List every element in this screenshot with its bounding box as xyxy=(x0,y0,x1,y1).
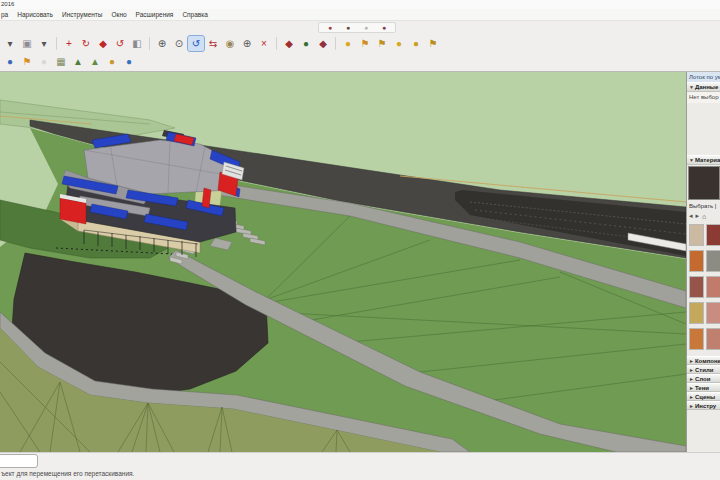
forward-arrow-icon[interactable]: ▸ xyxy=(696,212,700,220)
tray-collapsed-panels: ►Компоне►Стили►Слои►Тени►Сцены►Инстру xyxy=(687,356,720,410)
status-hint: ъект для перемещения его перетаскивания. xyxy=(1,470,134,477)
materials-tabs[interactable]: Выбрать | xyxy=(687,202,720,210)
plugin-tool-3-icon[interactable]: ● xyxy=(358,20,374,35)
entity-info-header[interactable]: ▼Данные о xyxy=(687,82,720,92)
material-swatch-4[interactable] xyxy=(689,276,704,298)
toolbar-row-1: ▾▣▾+↻◆↺◧⊕⊙↺⇆◉⊕×◆●◆●⚑⚑●●⚑ xyxy=(2,36,441,51)
plugin-tool-2-icon[interactable]: ● xyxy=(340,20,356,35)
tray-panel-0[interactable]: ►Компоне xyxy=(687,356,720,365)
back-arrow-icon[interactable]: ◂ xyxy=(689,212,693,220)
tray-panel-2[interactable]: ►Слои xyxy=(687,374,720,383)
toolbar-row-2: ●⚑●▦▲▲●● xyxy=(2,54,137,69)
material-swatch-8[interactable] xyxy=(689,328,704,350)
entity-info-content: Нет выбор xyxy=(687,92,720,103)
viewport-3d[interactable] xyxy=(0,72,686,452)
scale-tool-icon[interactable]: ◆ xyxy=(95,36,111,51)
expand-triangle-icon: ► xyxy=(689,394,694,400)
zoom-selection-tool-icon[interactable]: ⊕ xyxy=(239,36,255,51)
plugin-tool-4-icon[interactable]: ● xyxy=(376,20,392,35)
expand-triangle-icon: ► xyxy=(689,403,694,409)
shadows-toggle-icon[interactable]: ● xyxy=(340,36,356,51)
sketchup-window: 2016 раНарисоватьИнструментыОкноРасширен… xyxy=(0,0,720,480)
zoom-tool-icon[interactable]: ⊕ xyxy=(154,36,170,51)
tray-panel-5[interactable]: ►Инстру xyxy=(687,401,720,410)
tray-panel-3[interactable]: ►Тени xyxy=(687,383,720,392)
face-style-tool-icon[interactable]: ▣ xyxy=(19,36,35,51)
window-title: 2016 xyxy=(1,1,14,7)
tray-panel-label: Инстру xyxy=(695,403,716,409)
materials-swatches xyxy=(689,224,720,352)
tray-panel-label: Тени xyxy=(695,385,709,391)
tray-panel-4[interactable]: ►Сцены xyxy=(687,392,720,401)
material-swatch-3[interactable] xyxy=(706,250,720,272)
expand-triangle-icon: ► xyxy=(689,385,694,391)
move-tool-icon[interactable]: + xyxy=(61,36,77,51)
title-bar: 2016 xyxy=(0,0,720,9)
shadow-time-icon[interactable]: ● xyxy=(408,36,424,51)
geo-globe-icon[interactable]: ● xyxy=(121,54,137,69)
material-preview[interactable] xyxy=(688,166,720,200)
follow-me-tool-icon[interactable]: ↺ xyxy=(112,36,128,51)
photo-textures-icon[interactable]: ▦ xyxy=(53,54,69,69)
material-swatch-1[interactable] xyxy=(706,224,720,246)
previous-view-icon[interactable]: ◆ xyxy=(281,36,297,51)
materials-header[interactable]: ▼Материа xyxy=(687,155,720,165)
menu-item-1[interactable]: Нарисовать xyxy=(17,11,53,18)
standard-views-icon[interactable]: ◆ xyxy=(315,36,331,51)
rotate-tool-icon[interactable]: ↻ xyxy=(78,36,94,51)
tray-panel: Лоток по ум ▼Данные о Нет выбор ▼Материа… xyxy=(686,72,720,452)
next-view-icon[interactable]: ● xyxy=(298,36,314,51)
pan-tool-icon[interactable]: ⇆ xyxy=(205,36,221,51)
toggle-terrain-icon[interactable]: ▲ xyxy=(70,54,86,69)
tray-panel-label: Стили xyxy=(695,367,713,373)
tray-panel-label: Компоне xyxy=(695,358,720,364)
material-swatch-2[interactable] xyxy=(689,250,704,272)
face-style-caret-icon[interactable]: ▾ xyxy=(36,36,52,51)
material-swatch-0[interactable] xyxy=(689,224,704,246)
material-swatch-5[interactable] xyxy=(706,276,720,298)
tray-panel-label: Сцены xyxy=(695,394,715,400)
tray-panel-1[interactable]: ►Стили xyxy=(687,365,720,374)
status-bar: ъект для перемещения его перетаскивания. xyxy=(0,452,720,480)
expand-triangle-icon: ► xyxy=(689,358,694,364)
look-around-tool-icon[interactable]: ◉ xyxy=(222,36,238,51)
shadow-date-icon[interactable]: ● xyxy=(391,36,407,51)
collapse-triangle-icon: ▼ xyxy=(689,84,694,90)
toolbar-separator xyxy=(56,37,57,50)
entity-info-label: Данные о xyxy=(695,84,720,90)
tray-panel-label: Слои xyxy=(695,376,710,382)
white-model-icon[interactable]: ● xyxy=(36,54,52,69)
plugin-tool-1-icon[interactable]: ● xyxy=(322,20,338,35)
terrain-smooth-icon[interactable]: ▲ xyxy=(87,54,103,69)
add-location-icon[interactable]: ● xyxy=(2,54,18,69)
style-caret-icon[interactable]: ▾ xyxy=(2,36,18,51)
menu-item-3[interactable]: Окно xyxy=(111,11,126,18)
shadow-earlier-icon[interactable]: ⚑ xyxy=(357,36,373,51)
material-swatch-7[interactable] xyxy=(706,302,720,324)
toolbar-separator xyxy=(276,37,277,50)
menu-item-5[interactable]: Справка xyxy=(182,11,208,18)
menu-item-0[interactable]: ра xyxy=(1,11,8,18)
material-swatch-6[interactable] xyxy=(689,302,704,324)
measurement-box[interactable] xyxy=(0,454,38,468)
sun-position-icon[interactable]: ● xyxy=(104,54,120,69)
tray-title[interactable]: Лоток по ум xyxy=(687,72,720,82)
toolbar-separator xyxy=(335,37,336,50)
orbit-tool-icon[interactable]: ↺ xyxy=(188,36,204,51)
in-model-home-icon[interactable]: ⌂ xyxy=(702,213,706,220)
expand-triangle-icon: ► xyxy=(689,367,694,373)
shadow-later-icon[interactable]: ⚑ xyxy=(374,36,390,51)
expand-triangle-icon: ► xyxy=(689,376,694,382)
location-pin-icon[interactable]: ⚑ xyxy=(19,54,35,69)
menu-item-2[interactable]: Инструменты xyxy=(62,11,103,18)
shadow-settings-icon[interactable]: ⚑ xyxy=(425,36,441,51)
zoom-extents-tool-icon[interactable]: × xyxy=(256,36,272,51)
material-swatch-9[interactable] xyxy=(706,328,720,350)
toolbar-separator xyxy=(149,37,150,50)
menu-item-4[interactable]: Расширения xyxy=(136,11,174,18)
toolbar-area: ●●●● ▾▣▾+↻◆↺◧⊕⊙↺⇆◉⊕×◆●◆●⚑⚑●●⚑ ●⚑●▦▲▲●● xyxy=(0,21,720,72)
zoom-window-tool-icon[interactable]: ⊙ xyxy=(171,36,187,51)
pushpull-tool-icon[interactable]: ◧ xyxy=(129,36,145,51)
materials-label: Материа xyxy=(695,157,720,163)
collapse-triangle-icon: ▼ xyxy=(689,157,694,163)
